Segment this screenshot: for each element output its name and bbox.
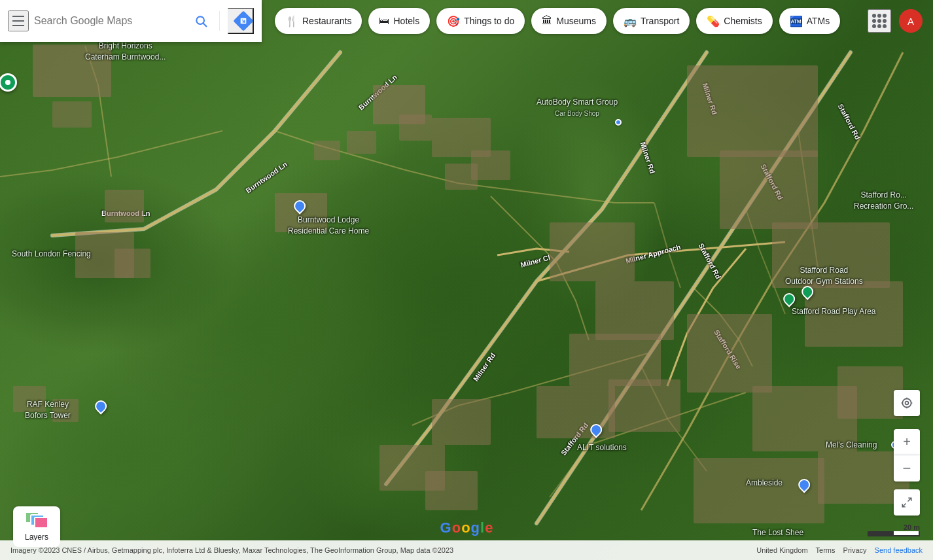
marker-ambleside xyxy=(800,479,812,491)
chip-atms[interactable]: 🏧 ATMs xyxy=(779,8,841,34)
svg-line-38 xyxy=(902,504,906,507)
marker-raf-kenley xyxy=(97,400,109,412)
map[interactable]: Burntwood Ln Burntwood Ln Burntwood Ln M… xyxy=(0,0,933,560)
directions-icon xyxy=(233,10,253,31)
chip-transport[interactable]: 🚌 Transport xyxy=(613,8,690,34)
expand-button[interactable] xyxy=(894,489,920,516)
map-roads xyxy=(0,0,933,560)
search-button[interactable] xyxy=(190,10,211,31)
scale-bar: 20 m xyxy=(868,523,920,536)
marker-outdoor-gym xyxy=(803,286,815,298)
location-icon xyxy=(900,396,913,410)
google-logo: G o o g l e xyxy=(440,519,493,536)
top-right-controls: A xyxy=(868,0,933,42)
things-to-do-icon: 🎯 xyxy=(447,15,460,27)
apps-button[interactable] xyxy=(868,9,891,33)
chip-chemists[interactable]: 💊 Chemists xyxy=(696,8,772,34)
category-chips-container: 🍴 Restaurants 🛏 Hotels 🎯 Things to do 🏛 … xyxy=(268,0,933,42)
zoom-in-button[interactable]: + xyxy=(894,429,920,455)
location-button[interactable] xyxy=(894,390,920,416)
marker-alit xyxy=(592,424,604,436)
atms-icon: 🏧 xyxy=(790,15,803,27)
search-bar: Search Google Maps xyxy=(0,0,262,42)
scale-line xyxy=(868,531,920,536)
user-avatar[interactable]: A xyxy=(899,9,923,33)
location-marker xyxy=(0,73,17,92)
marker-burntwood-lodge xyxy=(296,200,308,212)
museums-icon: 🏛 xyxy=(542,15,552,27)
marker-autobody xyxy=(615,119,622,126)
chemists-icon: 💊 xyxy=(707,15,720,27)
restaurants-icon: 🍴 xyxy=(285,15,298,27)
feedback-link[interactable]: Send feedback xyxy=(875,546,923,554)
layers-icon xyxy=(25,512,48,530)
directions-button[interactable] xyxy=(228,8,254,34)
svg-point-36 xyxy=(902,398,911,407)
expand-icon xyxy=(901,497,913,508)
zoom-controls: + − xyxy=(894,429,920,481)
terms-link[interactable]: Terms xyxy=(816,546,836,554)
svg-line-33 xyxy=(203,24,207,27)
privacy-link[interactable]: Privacy xyxy=(843,546,867,554)
hotels-icon: 🛏 xyxy=(379,15,389,27)
chip-hotels[interactable]: 🛏 Hotels xyxy=(368,8,430,34)
transport-icon: 🚌 xyxy=(624,15,637,27)
search-input-wrapper: Search Google Maps xyxy=(34,15,185,27)
marker-play-area xyxy=(785,293,797,305)
chip-things-to-do[interactable]: 🎯 Things to do xyxy=(436,8,525,34)
copyright-text: Imagery ©2023 CNES / Airbus, Getmapping … xyxy=(10,546,453,554)
bottom-bar-links: United Kingdom Terms Privacy Send feedba… xyxy=(756,546,923,554)
bottom-bar: Imagery ©2023 CNES / Airbus, Getmapping … xyxy=(0,540,933,560)
apps-grid-icon xyxy=(872,14,887,28)
chip-restaurants[interactable]: 🍴 Restaurants xyxy=(275,8,362,34)
search-input[interactable]: Search Google Maps xyxy=(34,15,185,27)
svg-line-37 xyxy=(908,498,911,501)
chip-museums[interactable]: 🏛 Museums xyxy=(531,8,607,34)
hamburger-button[interactable] xyxy=(8,10,29,31)
region-text: United Kingdom xyxy=(756,546,807,554)
svg-point-35 xyxy=(906,402,909,405)
zoom-out-button[interactable]: − xyxy=(894,455,920,481)
